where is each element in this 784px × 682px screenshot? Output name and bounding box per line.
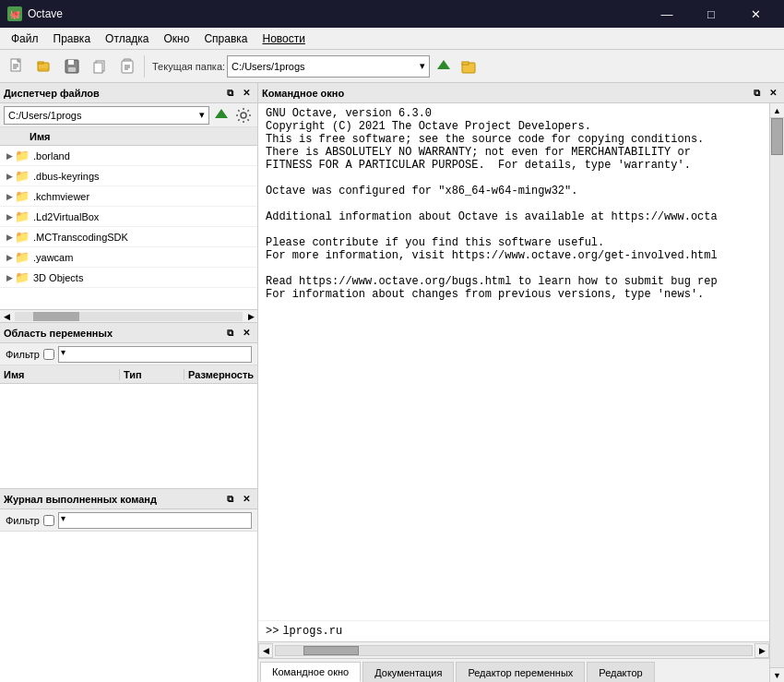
list-item[interactable]: ▶ 📁 .yawcam bbox=[0, 247, 257, 268]
title-bar-left: 🐙 Octave bbox=[7, 6, 63, 21]
history-filter-checkbox[interactable] bbox=[43, 515, 54, 526]
file-manager-close[interactable]: ✕ bbox=[239, 87, 254, 100]
current-path-combo[interactable]: C:/Users/1progs ▾ bbox=[227, 55, 430, 78]
file-path-toolbar: C:/Users/1progs ▾ bbox=[0, 103, 257, 127]
file-manager-undock[interactable]: ⧉ bbox=[222, 87, 237, 100]
close-button[interactable]: ✕ bbox=[734, 0, 777, 28]
cmd-h-scrollbar[interactable]: ◀ ▶ bbox=[258, 641, 769, 658]
variables-undock[interactable]: ⧉ bbox=[222, 327, 237, 340]
svg-marker-17 bbox=[437, 60, 450, 69]
var-col-name: Имя bbox=[0, 369, 119, 380]
cmd-v-scrollbar[interactable]: ▲ ▼ bbox=[769, 103, 784, 682]
tab-variable-editor[interactable]: Редактор переменных bbox=[456, 662, 585, 682]
scroll-up-arrow[interactable]: ▲ bbox=[770, 103, 785, 118]
svg-rect-5 bbox=[38, 62, 43, 64]
tree-arrow[interactable]: ▶ bbox=[4, 149, 15, 163]
filter-label: Фильтр bbox=[6, 349, 40, 360]
command-input[interactable] bbox=[282, 625, 762, 638]
history-filter-combo[interactable]: ▾ bbox=[58, 512, 252, 529]
var-col-type: Тип bbox=[119, 369, 184, 380]
cmd-close[interactable]: ✕ bbox=[766, 87, 780, 100]
tab-editor[interactable]: Редактор bbox=[587, 662, 654, 682]
list-item[interactable]: ▶ 📁 .Ld2VirtualBox bbox=[0, 207, 257, 227]
folder-icon-blue: 📁 bbox=[15, 270, 30, 285]
file-manager-controls: ⧉ ✕ bbox=[222, 87, 254, 100]
tree-arrow[interactable]: ▶ bbox=[4, 189, 15, 204]
tree-arrow[interactable]: ▶ bbox=[4, 209, 15, 224]
command-window-controls: ⧉ ✕ bbox=[749, 87, 780, 100]
file-item-name: .yawcam bbox=[33, 252, 73, 263]
save-button[interactable] bbox=[59, 54, 85, 79]
history-close[interactable]: ✕ bbox=[239, 493, 254, 506]
menu-window[interactable]: Окно bbox=[157, 28, 197, 49]
file-path-combo[interactable]: C:/Users/1progs ▾ bbox=[4, 106, 209, 125]
menu-file[interactable]: Файл bbox=[4, 28, 46, 49]
tab-documentation[interactable]: Документация bbox=[362, 662, 454, 682]
scroll-left[interactable]: ◀ bbox=[258, 643, 273, 658]
v-scroll-thumb[interactable] bbox=[771, 118, 783, 155]
svg-rect-9 bbox=[68, 67, 76, 72]
file-item-name: .dbus-keyrings bbox=[33, 171, 100, 182]
tree-arrow[interactable]: ▶ bbox=[4, 169, 15, 184]
scroll-right-arrow[interactable]: ▶ bbox=[244, 310, 257, 323]
svg-marker-20 bbox=[215, 109, 228, 118]
variables-close[interactable]: ✕ bbox=[239, 327, 254, 340]
file-item-name: 3D Objects bbox=[33, 272, 83, 283]
tab-command-window[interactable]: Командное окно bbox=[260, 662, 361, 682]
filter-combo[interactable]: ▾ bbox=[58, 346, 252, 363]
folder-icon: 📁 bbox=[15, 189, 30, 204]
history-header: Журнал выполненных команд ⧉ ✕ bbox=[0, 489, 257, 509]
menu-news[interactable]: Новости bbox=[255, 28, 312, 49]
scroll-right[interactable]: ▶ bbox=[754, 643, 769, 658]
scroll-down-arrow[interactable]: ▼ bbox=[770, 667, 785, 682]
variables-controls: ⧉ ✕ bbox=[222, 327, 254, 340]
maximize-button[interactable]: □ bbox=[690, 0, 732, 28]
list-item[interactable]: ▶ 📁 3D Objects bbox=[0, 268, 257, 288]
minimize-button[interactable]: — bbox=[646, 0, 688, 28]
variables-header: Область переменных ⧉ ✕ bbox=[0, 323, 257, 343]
scroll-left-arrow[interactable]: ◀ bbox=[0, 310, 13, 323]
svg-point-21 bbox=[241, 113, 246, 118]
menu-help[interactable]: Справка bbox=[196, 28, 255, 49]
list-item[interactable]: ▶ 📁 .kchmviewer bbox=[0, 186, 257, 207]
toolbar-separator bbox=[144, 55, 145, 78]
file-settings-button[interactable] bbox=[233, 105, 254, 126]
title-bar-controls: — □ ✕ bbox=[646, 0, 777, 28]
tree-arrow[interactable]: ▶ bbox=[4, 270, 15, 285]
go-up-button[interactable] bbox=[432, 54, 456, 78]
list-item[interactable]: ▶ 📁 .borland bbox=[0, 146, 257, 166]
variables-title: Область переменных bbox=[4, 328, 113, 339]
open-file-button[interactable] bbox=[31, 54, 57, 79]
paste-button[interactable] bbox=[114, 54, 140, 79]
file-up-button[interactable] bbox=[211, 105, 232, 126]
folder-icon: 📁 bbox=[15, 149, 30, 163]
list-item[interactable]: ▶ 📁 .dbus-keyrings bbox=[0, 166, 257, 186]
scroll-thumb[interactable] bbox=[33, 312, 79, 321]
left-panel: Диспетчер файлов ⧉ ✕ C:/Users/1progs ▾ bbox=[0, 83, 258, 682]
toolbar: Текущая папка: C:/Users/1progs ▾ bbox=[0, 50, 784, 83]
copy-button[interactable] bbox=[87, 54, 113, 79]
file-item-name: .borland bbox=[33, 150, 70, 162]
list-item[interactable]: ▶ 📁 .MCTranscodingSDK bbox=[0, 227, 257, 247]
history-undock[interactable]: ⧉ bbox=[222, 493, 237, 506]
app-title: Octave bbox=[28, 7, 63, 20]
new-file-button[interactable] bbox=[4, 54, 30, 79]
v-scroll-track[interactable] bbox=[770, 118, 784, 667]
command-window-header: Командное окно ⧉ ✕ bbox=[258, 83, 784, 103]
menu-debug[interactable]: Отладка bbox=[98, 28, 156, 49]
file-list[interactable]: ▶ 📁 .borland ▶ 📁 .dbus-keyrings ▶ 📁 .kch… bbox=[0, 146, 257, 309]
filter-checkbox[interactable] bbox=[43, 349, 54, 360]
history-filter-bar: Фильтр ▾ bbox=[0, 509, 257, 532]
h-scroll-thumb[interactable] bbox=[303, 646, 359, 655]
cmd-undock[interactable]: ⧉ bbox=[749, 87, 764, 100]
scroll-track[interactable] bbox=[15, 312, 243, 321]
current-folder-label: Текущая папка: bbox=[152, 61, 225, 72]
menu-edit[interactable]: Правка bbox=[46, 28, 99, 49]
h-scroll-track[interactable] bbox=[275, 645, 753, 656]
tree-arrow[interactable]: ▶ bbox=[4, 230, 15, 245]
file-item-name: .Ld2VirtualBox bbox=[33, 211, 99, 222]
file-path-arrow: ▾ bbox=[199, 109, 205, 121]
browse-folder-button[interactable] bbox=[457, 54, 481, 78]
file-h-scrollbar[interactable]: ◀ ▶ bbox=[0, 309, 257, 322]
tree-arrow[interactable]: ▶ bbox=[4, 250, 15, 265]
